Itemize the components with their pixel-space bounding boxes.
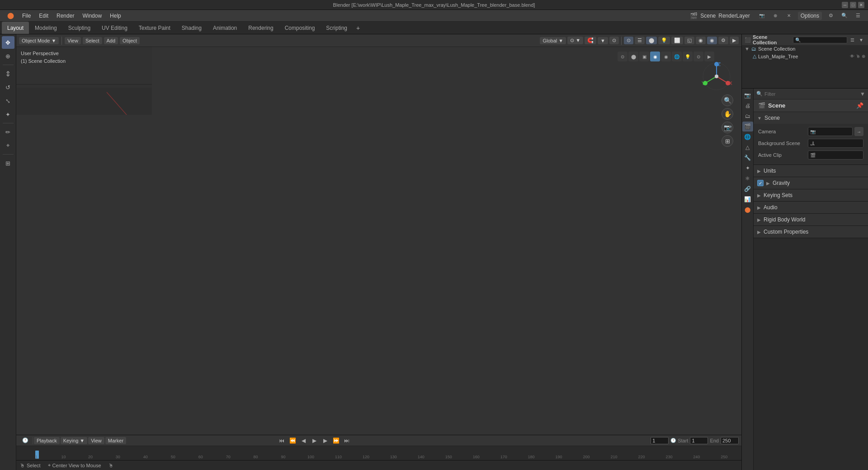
tab-compositing[interactable]: Compositing: [279, 22, 321, 34]
jump-start-btn[interactable]: ⏮: [277, 436, 286, 445]
marker-btn[interactable]: Marker: [105, 437, 126, 444]
filter-icon[interactable]: ⊙: [618, 52, 627, 61]
shading-icon5[interactable]: ⚙: [718, 37, 728, 44]
menu-window[interactable]: Window: [79, 12, 105, 20]
rigid-body-world-header[interactable]: ▶ Rigid Body World: [754, 214, 868, 226]
current-frame-input[interactable]: [651, 437, 669, 444]
maximize-button[interactable]: □: [850, 2, 856, 8]
scene-select-btn[interactable]: 📷: [755, 9, 768, 22]
viewport-icon5[interactable]: 🌐: [672, 52, 682, 61]
cursor-tool-btn[interactable]: ⊕: [2, 50, 14, 62]
viewport-icon1[interactable]: ⬤: [628, 52, 638, 61]
transform-tool-btn[interactable]: ✦: [2, 108, 14, 121]
keying-sets-header[interactable]: ▶ Keying Sets: [754, 189, 868, 201]
topbar-icon1[interactable]: ⚙: [825, 9, 837, 22]
gizmo-widget[interactable]: X Y Z: [701, 61, 732, 92]
tab-sculpting[interactable]: Sculpting: [63, 22, 96, 34]
camera-value-field[interactable]: 📷: [808, 127, 853, 136]
step-fwd-btn[interactable]: ▶: [321, 436, 330, 445]
jump-end-btn[interactable]: ⏭: [342, 436, 351, 445]
viewport-canvas[interactable]: User Perspective (1) Scene Collection ⊙ …: [16, 47, 741, 435]
timeline-type-btn[interactable]: 🕐: [19, 434, 32, 447]
outliner-filter-btn[interactable]: ☰: [848, 36, 856, 44]
prop-tab-physics[interactable]: ⚛: [742, 174, 753, 183]
overlay-btn[interactable]: ⊙: [624, 37, 633, 44]
prop-tab-material[interactable]: ⬤: [742, 205, 753, 215]
timeline-ruler[interactable]: 1 10 20 30 40 50 60 70 80 90 100 110 120…: [16, 446, 741, 460]
add-menu-btn[interactable]: Add: [104, 37, 118, 44]
playback-btn[interactable]: Playback: [34, 437, 60, 444]
shading-icon2[interactable]: ◱: [684, 37, 694, 44]
viewport-icon7[interactable]: ⊙: [693, 52, 703, 61]
active-clip-field[interactable]: 🎬: [808, 150, 863, 160]
menu-render[interactable]: Render: [53, 12, 78, 20]
topbar-icon2[interactable]: 🔍: [838, 9, 851, 22]
prev-key-btn[interactable]: ⏪: [288, 436, 297, 445]
prop-tab-constraints[interactable]: 🔗: [742, 184, 753, 194]
rotate-tool-btn[interactable]: ↺: [2, 81, 14, 94]
play-btn[interactable]: ▶: [310, 436, 319, 445]
props-options-arrow[interactable]: ▼: [860, 91, 865, 97]
scene-section-header[interactable]: ▼ Scene: [754, 112, 868, 124]
prop-tab-world[interactable]: 🌐: [742, 132, 753, 142]
annotate-tool-btn[interactable]: ✏: [2, 126, 14, 138]
gravity-checkbox[interactable]: ✓: [757, 180, 764, 186]
camera-gizmo-btn[interactable]: 📷: [722, 122, 733, 133]
topbar-icon3[interactable]: ☰: [852, 9, 864, 22]
rendered-btn[interactable]: 💡: [658, 37, 670, 44]
copy-scene-btn[interactable]: ⊕: [769, 9, 782, 22]
prop-tab-modifier[interactable]: 🔧: [742, 153, 753, 163]
outliner-scene-collection[interactable]: ▼ 🗂 Scene Collection: [742, 45, 868, 52]
viewport-icon4[interactable]: ◉: [661, 52, 671, 61]
shading-icon1[interactable]: ⬜: [671, 37, 683, 44]
prop-tab-view-layer[interactable]: 🗂: [742, 111, 753, 121]
select-menu-btn[interactable]: Select: [83, 37, 102, 44]
props-search-input[interactable]: [764, 91, 858, 97]
props-pin-btn[interactable]: 📌: [856, 102, 863, 109]
xray-btn[interactable]: ☰: [635, 37, 645, 44]
keying-btn[interactable]: Keying ▼: [61, 437, 88, 444]
tab-uv-editing[interactable]: UV Editing: [96, 22, 133, 34]
start-frame-input[interactable]: [690, 437, 708, 444]
pan-gizmo-btn[interactable]: ✋: [722, 108, 733, 120]
shading-icon4[interactable]: ◉: [707, 37, 717, 44]
tab-shading[interactable]: Shading: [176, 22, 207, 34]
move-tool-btn[interactable]: ⇕: [2, 67, 14, 80]
zoom-gizmo-btn[interactable]: 🔍: [722, 94, 733, 106]
background-scene-field[interactable]: 🏞: [808, 139, 863, 148]
measure-tool-btn[interactable]: ⌖: [2, 139, 14, 152]
viewport-icon2[interactable]: ▣: [639, 52, 649, 61]
snap-dropdown[interactable]: ▼: [598, 37, 608, 44]
outliner-search-input[interactable]: [793, 37, 847, 43]
prop-tab-render[interactable]: 📷: [742, 90, 753, 100]
prop-tab-particles[interactable]: ✦: [742, 163, 753, 173]
close-button[interactable]: ✕: [858, 2, 864, 8]
proportional-btn[interactable]: ⊙: [609, 37, 619, 44]
global-dropdown[interactable]: Global ▼: [540, 37, 566, 44]
shading-icon3[interactable]: ◉: [696, 37, 706, 44]
viewport-icon6[interactable]: 💡: [683, 52, 693, 61]
menu-help[interactable]: Help: [106, 12, 125, 20]
material-preview-btn[interactable]: ⬤: [646, 37, 657, 44]
snap-btn[interactable]: 🧲: [585, 37, 596, 44]
outliner-options-btn[interactable]: ▼: [857, 36, 865, 44]
tab-scripting[interactable]: Scripting: [321, 22, 353, 34]
options-label[interactable]: Options: [798, 12, 822, 20]
gravity-section-header[interactable]: ✓ ▶ Gravity: [754, 177, 868, 189]
step-back-btn[interactable]: ◀: [299, 436, 308, 445]
view-tl-btn[interactable]: View: [88, 437, 104, 444]
prop-tab-scene[interactable]: 🎬: [742, 122, 753, 132]
add-primitive-btn[interactable]: ⊞: [2, 157, 14, 169]
tab-texture-paint[interactable]: Texture Paint: [133, 22, 176, 34]
object-menu-btn[interactable]: Object: [120, 37, 140, 44]
prop-tab-data[interactable]: 📊: [742, 194, 753, 204]
units-section-header[interactable]: ▶ Units: [754, 165, 868, 177]
viewport-icon3[interactable]: ◉: [650, 52, 660, 61]
view-menu-btn[interactable]: View: [65, 37, 81, 44]
minimize-button[interactable]: ─: [842, 2, 848, 8]
menu-edit[interactable]: Edit: [35, 12, 52, 20]
scale-tool-btn[interactable]: ⤡: [2, 94, 14, 107]
prop-tab-object[interactable]: △: [742, 142, 753, 152]
prop-tab-output[interactable]: 🖨: [742, 101, 753, 111]
menu-file[interactable]: File: [19, 12, 34, 20]
